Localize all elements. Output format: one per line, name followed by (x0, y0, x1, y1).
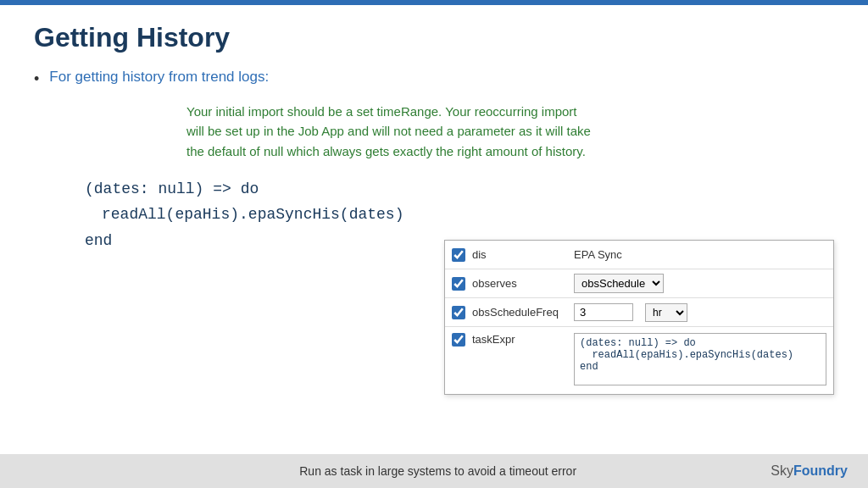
bullet-item: • For getting history from trend logs: (34, 69, 834, 88)
bottom-note: Run as task in large systems to avoid a … (105, 464, 771, 478)
freq-checkbox[interactable] (452, 306, 465, 319)
observes-value: obsSchedule (574, 274, 826, 293)
freq-value-group: hr min (574, 303, 826, 322)
taskexpr-value-block: (dates: null) => do readAll(epaHis).epaS… (574, 333, 826, 388)
brand-sky: Sky (771, 463, 793, 478)
observes-checkbox[interactable] (452, 277, 465, 291)
taskexpr-checkbox[interactable] (452, 333, 465, 347)
brand-logo: SkyFoundry (771, 463, 848, 479)
code-line-2: readAll(epaHis).epaSyncHis(dates) (85, 202, 834, 228)
panel-row-freq: obsScheduleFreq hr min (445, 298, 833, 327)
taskexpr-textarea[interactable]: (dates: null) => do readAll(epaHis).epaS… (574, 333, 826, 385)
page-title: Getting History (34, 22, 834, 53)
observes-label: observes (472, 277, 574, 290)
dis-value: EPA Sync (574, 248, 826, 261)
panel-row-observes: observes obsSchedule (445, 269, 833, 298)
freq-input[interactable] (574, 303, 633, 321)
panel-row-taskexpr: taskExpr (dates: null) => do readAll(epa… (445, 327, 833, 394)
code-line-1: (dates: null) => do (85, 176, 834, 202)
note-text: Your initial import should be a set time… (186, 102, 593, 161)
freq-unit-select[interactable]: hr min (645, 303, 687, 322)
config-panel: dis EPA Sync observes obsSchedule obsSch… (444, 240, 834, 395)
observes-select[interactable]: obsSchedule (574, 274, 664, 293)
main-content: Getting History • For getting history fr… (0, 5, 868, 446)
taskexpr-label: taskExpr (472, 333, 574, 346)
panel-row-dis: dis EPA Sync (445, 241, 833, 269)
note-box: Your initial import should be a set time… (186, 102, 593, 161)
bullet-text: For getting history from trend logs: (49, 69, 269, 86)
freq-label: obsScheduleFreq (472, 306, 574, 319)
bottom-bar: Run as task in large systems to avoid a … (0, 454, 868, 488)
dis-label: dis (472, 248, 574, 261)
bullet-dot: • (34, 70, 39, 88)
brand-foundry: Foundry (793, 463, 848, 478)
dis-checkbox[interactable] (452, 248, 465, 262)
